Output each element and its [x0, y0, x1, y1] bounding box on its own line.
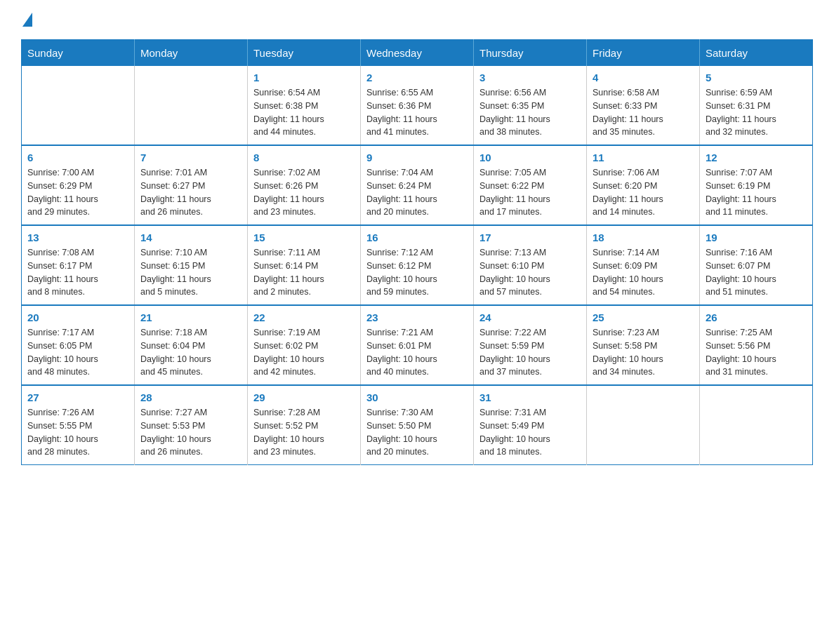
- day-number: 30: [366, 391, 468, 403]
- day-number: 13: [27, 232, 128, 243]
- header: [21, 14, 813, 28]
- weekday-header-monday: Monday: [135, 40, 248, 67]
- calendar-cell: 24Sunrise: 7:22 AMSunset: 5:59 PMDayligh…: [474, 305, 587, 385]
- calendar-cell: 10Sunrise: 7:05 AMSunset: 6:22 PMDayligh…: [474, 145, 587, 225]
- calendar-cell: 5Sunrise: 6:59 AMSunset: 6:31 PMDaylight…: [700, 66, 813, 145]
- calendar-cell: 28Sunrise: 7:27 AMSunset: 5:53 PMDayligh…: [135, 385, 248, 465]
- day-number: 7: [140, 152, 241, 163]
- calendar-cell: 9Sunrise: 7:04 AMSunset: 6:24 PMDaylight…: [361, 145, 474, 225]
- day-number: 2: [366, 72, 468, 83]
- day-number: 19: [706, 232, 807, 243]
- day-number: 16: [366, 232, 468, 243]
- day-number: 27: [27, 391, 128, 403]
- day-info: Sunrise: 7:02 AMSunset: 6:26 PMDaylight:…: [253, 166, 355, 219]
- day-info: Sunrise: 7:14 AMSunset: 6:09 PMDaylight:…: [593, 246, 694, 299]
- day-number: 9: [366, 152, 468, 163]
- day-info: Sunrise: 7:11 AMSunset: 6:14 PMDaylight:…: [253, 246, 355, 299]
- weekday-header-row: SundayMondayTuesdayWednesdayThursdayFrid…: [22, 40, 813, 67]
- calendar-week-row: 27Sunrise: 7:26 AMSunset: 5:55 PMDayligh…: [22, 385, 813, 465]
- day-info: Sunrise: 7:17 AMSunset: 6:05 PMDaylight:…: [27, 326, 128, 379]
- day-info: Sunrise: 6:58 AMSunset: 6:33 PMDaylight:…: [593, 86, 694, 139]
- day-info: Sunrise: 7:05 AMSunset: 6:22 PMDaylight:…: [479, 166, 581, 219]
- day-number: 31: [479, 391, 581, 403]
- calendar-cell: 2Sunrise: 6:55 AMSunset: 6:36 PMDaylight…: [361, 66, 474, 145]
- weekday-header-friday: Friday: [587, 40, 700, 67]
- calendar-cell: 31Sunrise: 7:31 AMSunset: 5:49 PMDayligh…: [474, 385, 587, 465]
- day-number: 26: [706, 311, 807, 323]
- calendar-week-row: 1Sunrise: 6:54 AMSunset: 6:38 PMDaylight…: [22, 66, 813, 145]
- day-number: 11: [593, 152, 694, 163]
- calendar-table: SundayMondayTuesdayWednesdayThursdayFrid…: [21, 39, 813, 465]
- calendar-cell: 3Sunrise: 6:56 AMSunset: 6:35 PMDaylight…: [474, 66, 587, 145]
- calendar-cell: 20Sunrise: 7:17 AMSunset: 6:05 PMDayligh…: [22, 305, 135, 385]
- day-info: Sunrise: 7:25 AMSunset: 5:56 PMDaylight:…: [706, 326, 807, 379]
- day-number: 10: [479, 152, 581, 163]
- day-number: 12: [706, 152, 807, 163]
- day-info: Sunrise: 7:22 AMSunset: 5:59 PMDaylight:…: [479, 326, 581, 379]
- calendar-body: 1Sunrise: 6:54 AMSunset: 6:38 PMDaylight…: [22, 66, 813, 465]
- calendar-cell: 6Sunrise: 7:00 AMSunset: 6:29 PMDaylight…: [22, 145, 135, 225]
- day-info: Sunrise: 7:01 AMSunset: 6:27 PMDaylight:…: [140, 166, 241, 219]
- day-info: Sunrise: 7:18 AMSunset: 6:04 PMDaylight:…: [140, 326, 241, 379]
- day-info: Sunrise: 6:54 AMSunset: 6:38 PMDaylight:…: [253, 86, 355, 139]
- calendar-cell: 1Sunrise: 6:54 AMSunset: 6:38 PMDaylight…: [248, 66, 361, 145]
- calendar-cell: [700, 385, 813, 465]
- day-info: Sunrise: 7:06 AMSunset: 6:20 PMDaylight:…: [593, 166, 694, 219]
- day-info: Sunrise: 6:59 AMSunset: 6:31 PMDaylight:…: [706, 86, 807, 139]
- day-info: Sunrise: 7:10 AMSunset: 6:15 PMDaylight:…: [140, 246, 241, 299]
- calendar-cell: 11Sunrise: 7:06 AMSunset: 6:20 PMDayligh…: [587, 145, 700, 225]
- calendar-cell: 15Sunrise: 7:11 AMSunset: 6:14 PMDayligh…: [248, 225, 361, 305]
- day-number: 6: [27, 152, 128, 163]
- calendar-cell: 25Sunrise: 7:23 AMSunset: 5:58 PMDayligh…: [587, 305, 700, 385]
- day-info: Sunrise: 7:21 AMSunset: 6:01 PMDaylight:…: [366, 326, 468, 379]
- day-number: 25: [593, 311, 694, 323]
- day-info: Sunrise: 7:28 AMSunset: 5:52 PMDaylight:…: [253, 406, 355, 459]
- day-info: Sunrise: 7:19 AMSunset: 6:02 PMDaylight:…: [253, 326, 355, 379]
- calendar-week-row: 20Sunrise: 7:17 AMSunset: 6:05 PMDayligh…: [22, 305, 813, 385]
- day-number: 21: [140, 311, 241, 323]
- day-info: Sunrise: 7:08 AMSunset: 6:17 PMDaylight:…: [27, 246, 128, 299]
- calendar-cell: 4Sunrise: 6:58 AMSunset: 6:33 PMDaylight…: [587, 66, 700, 145]
- day-number: 14: [140, 232, 241, 243]
- calendar-cell: 22Sunrise: 7:19 AMSunset: 6:02 PMDayligh…: [248, 305, 361, 385]
- calendar-cell: 26Sunrise: 7:25 AMSunset: 5:56 PMDayligh…: [700, 305, 813, 385]
- day-number: 3: [479, 72, 581, 83]
- day-number: 5: [706, 72, 807, 83]
- calendar-week-row: 13Sunrise: 7:08 AMSunset: 6:17 PMDayligh…: [22, 225, 813, 305]
- calendar-week-row: 6Sunrise: 7:00 AMSunset: 6:29 PMDaylight…: [22, 145, 813, 225]
- calendar-cell: 21Sunrise: 7:18 AMSunset: 6:04 PMDayligh…: [135, 305, 248, 385]
- day-number: 17: [479, 232, 581, 243]
- calendar-cell: 18Sunrise: 7:14 AMSunset: 6:09 PMDayligh…: [587, 225, 700, 305]
- weekday-header-wednesday: Wednesday: [361, 40, 474, 67]
- day-info: Sunrise: 7:27 AMSunset: 5:53 PMDaylight:…: [140, 406, 241, 459]
- calendar-cell: [587, 385, 700, 465]
- day-info: Sunrise: 6:56 AMSunset: 6:35 PMDaylight:…: [479, 86, 581, 139]
- day-info: Sunrise: 7:26 AMSunset: 5:55 PMDaylight:…: [27, 406, 128, 459]
- day-info: Sunrise: 6:55 AMSunset: 6:36 PMDaylight:…: [366, 86, 468, 139]
- day-number: 23: [366, 311, 468, 323]
- calendar-cell: 19Sunrise: 7:16 AMSunset: 6:07 PMDayligh…: [700, 225, 813, 305]
- logo: [21, 14, 32, 28]
- calendar-cell: [135, 66, 248, 145]
- day-number: 29: [253, 391, 355, 403]
- calendar-cell: 14Sunrise: 7:10 AMSunset: 6:15 PMDayligh…: [135, 225, 248, 305]
- day-number: 24: [479, 311, 581, 323]
- weekday-header-tuesday: Tuesday: [248, 40, 361, 67]
- day-number: 1: [253, 72, 355, 83]
- day-info: Sunrise: 7:23 AMSunset: 5:58 PMDaylight:…: [593, 326, 694, 379]
- calendar-cell: 12Sunrise: 7:07 AMSunset: 6:19 PMDayligh…: [700, 145, 813, 225]
- day-info: Sunrise: 7:16 AMSunset: 6:07 PMDaylight:…: [706, 246, 807, 299]
- calendar-cell: [22, 66, 135, 145]
- day-number: 8: [253, 152, 355, 163]
- day-number: 28: [140, 391, 241, 403]
- calendar-cell: 23Sunrise: 7:21 AMSunset: 6:01 PMDayligh…: [361, 305, 474, 385]
- day-info: Sunrise: 7:12 AMSunset: 6:12 PMDaylight:…: [366, 246, 468, 299]
- logo-triangle-icon: [22, 13, 32, 27]
- day-info: Sunrise: 7:00 AMSunset: 6:29 PMDaylight:…: [27, 166, 128, 219]
- calendar-cell: 13Sunrise: 7:08 AMSunset: 6:17 PMDayligh…: [22, 225, 135, 305]
- day-info: Sunrise: 7:07 AMSunset: 6:19 PMDaylight:…: [706, 166, 807, 219]
- calendar-cell: 29Sunrise: 7:28 AMSunset: 5:52 PMDayligh…: [248, 385, 361, 465]
- day-info: Sunrise: 7:13 AMSunset: 6:10 PMDaylight:…: [479, 246, 581, 299]
- weekday-header-saturday: Saturday: [700, 40, 813, 67]
- calendar-cell: 27Sunrise: 7:26 AMSunset: 5:55 PMDayligh…: [22, 385, 135, 465]
